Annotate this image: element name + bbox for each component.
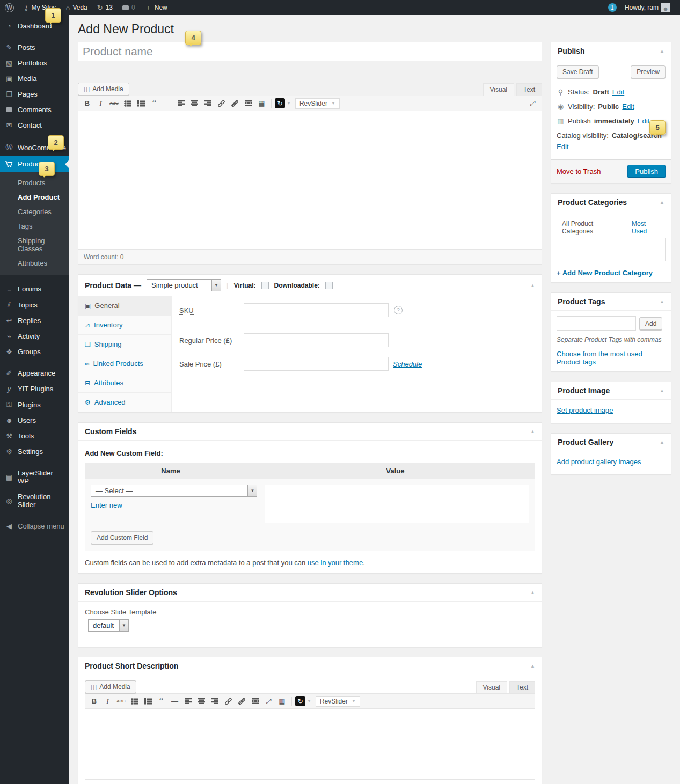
sidebar-item-plugins[interactable]: ⚿ Plugins [0, 397, 69, 413]
comments-menu[interactable]: 0 [118, 0, 140, 15]
choose-most-used-tags-link[interactable]: Choose from the most used Product tags [557, 350, 642, 366]
edit-publish-time-link[interactable]: Edit [638, 117, 649, 125]
sidebar-item-revolution-slider[interactable]: ◎ Revolution Slider [0, 489, 69, 512]
enter-new-link[interactable]: Enter new [91, 501, 122, 509]
revslider-options-collapse-icon[interactable]: ▲ [530, 590, 535, 595]
submenu-item-tags[interactable]: Tags [0, 219, 69, 233]
distraction-free-button[interactable]: ⤢ [527, 98, 539, 109]
read-more-button[interactable] [242, 98, 254, 109]
add-gallery-images-link[interactable]: Add product gallery images [557, 458, 641, 466]
add-media-button[interactable]: ◫ Add Media [78, 83, 129, 96]
sidebar-item-pages[interactable]: ❐ Pages [0, 86, 69, 102]
move-to-trash-link[interactable]: Move to Trash [557, 167, 601, 175]
tags-collapse-icon[interactable]: ▲ [660, 299, 664, 304]
site-name-menu[interactable]: ⌂ Veda [61, 0, 92, 15]
tab-advanced[interactable]: ⚙ Advanced [78, 393, 171, 412]
sidebar-item-forums[interactable]: ≡ Forums [0, 281, 69, 297]
preview-button[interactable]: Preview [631, 65, 666, 78]
revslider-select[interactable]: RevSlider ▼ [295, 98, 340, 109]
blockquote-button[interactable]: “ [148, 98, 160, 109]
align-right-button[interactable] [202, 98, 214, 109]
submenu-item-shipping-classes[interactable]: Shipping Classes [0, 233, 69, 256]
sidebar-item-products[interactable]: Products [0, 156, 69, 172]
sidebar-item-media[interactable]: ▣ Media [0, 71, 69, 86]
tab-inventory[interactable]: ⊿ Inventory [78, 316, 171, 335]
product-type-select[interactable]: Simple product ▼ [147, 279, 221, 291]
link-button[interactable] [222, 695, 235, 707]
sidebar-item-comments[interactable]: Comments [0, 102, 69, 118]
submenu-item-attributes[interactable]: Attributes [0, 256, 69, 270]
gallery-collapse-icon[interactable]: ▲ [660, 439, 664, 445]
editor-content-area[interactable] [78, 111, 542, 250]
wp-logo-menu[interactable]: W [0, 0, 19, 15]
align-center-button[interactable] [188, 98, 201, 109]
new-tag-input[interactable] [557, 316, 636, 331]
updates-menu[interactable]: ↻ 13 [92, 0, 118, 15]
tab-attributes[interactable]: ⊟ Attributes [78, 373, 171, 393]
bullet-list-button[interactable] [121, 98, 134, 109]
submenu-item-products[interactable]: Products [0, 175, 69, 190]
tab-shipping[interactable]: ❏ Shipping [78, 335, 171, 354]
schedule-link[interactable]: Schedule [393, 360, 422, 368]
align-center-button[interactable] [195, 695, 208, 707]
revslider-select[interactable]: RevSlider ▼ [316, 696, 360, 707]
numbered-list-button[interactable] [135, 98, 147, 109]
most-used-tab[interactable]: Most Used [626, 217, 666, 238]
link-button[interactable] [215, 98, 228, 109]
downloadable-checkbox[interactable] [325, 282, 333, 289]
add-new-category-link[interactable]: + Add New Product Category [557, 269, 653, 277]
italic-button[interactable]: I [101, 695, 114, 707]
set-product-image-link[interactable]: Set product image [557, 406, 613, 414]
collapse-menu-button[interactable]: ◀ Collapse menu [0, 518, 69, 534]
submenu-item-add-product[interactable]: Add Product [0, 190, 69, 204]
sidebar-item-tools[interactable]: ⚒ Tools [0, 428, 69, 444]
regular-price-input[interactable] [244, 333, 389, 347]
sidebar-item-layerslider[interactable]: ▤ LayerSlider WP [0, 465, 69, 489]
bullet-list-button[interactable] [128, 695, 141, 707]
short-description-content-area[interactable] [85, 709, 535, 780]
sidebar-item-portfolios[interactable]: ▧ Portfolios [0, 55, 69, 71]
edit-status-link[interactable]: Edit [612, 88, 624, 96]
tab-linked-products[interactable]: ∞ Linked Products [78, 354, 171, 373]
sidebar-item-settings[interactable]: ⚙ Settings [0, 444, 69, 459]
all-categories-tab[interactable]: All Product Categories [557, 217, 626, 238]
text-tab[interactable]: Text [516, 83, 542, 96]
category-checklist[interactable] [557, 238, 666, 261]
add-custom-field-button[interactable]: Add Custom Field [91, 531, 153, 544]
add-media-button[interactable]: ◫ Add Media [85, 680, 136, 693]
sidebar-item-appearance[interactable]: ✐ Appearance [0, 365, 69, 381]
italic-button[interactable]: I [94, 98, 107, 109]
revslider-shortcode-button[interactable]: ↻ ▼ [275, 98, 291, 109]
sidebar-item-users[interactable]: ☻ Users [0, 413, 69, 428]
align-left-button[interactable] [175, 98, 187, 109]
toolbar-toggle-button[interactable]: ▦ [255, 98, 268, 109]
text-tab[interactable]: Text [509, 681, 535, 693]
custom-fields-collapse-icon[interactable]: ▲ [530, 429, 535, 434]
product-title-input[interactable] [78, 42, 542, 61]
sidebar-item-replies[interactable]: ↩ Replies [0, 313, 69, 328]
edit-visibility-link[interactable]: Edit [622, 102, 634, 111]
sidebar-item-posts[interactable]: ✎ Posts [0, 40, 69, 55]
unlink-button[interactable] [236, 695, 248, 707]
categories-collapse-icon[interactable]: ▲ [660, 200, 664, 205]
align-left-button[interactable] [182, 695, 194, 707]
revslider-shortcode-button[interactable]: ↻ ▼ [295, 695, 311, 707]
visual-tab[interactable]: Visual [483, 83, 514, 96]
blockquote-button[interactable]: “ [155, 695, 167, 707]
sku-input[interactable] [244, 303, 389, 317]
strikethrough-button[interactable]: ABC [115, 695, 127, 707]
add-tag-button[interactable]: Add [639, 317, 662, 330]
virtual-checkbox[interactable] [261, 282, 269, 289]
toolbar-toggle-button[interactable]: ▦ [276, 695, 288, 707]
sidebar-item-contact[interactable]: ✉ Contact [0, 118, 69, 133]
new-content-menu[interactable]: ＋ New [140, 0, 172, 15]
sidebar-item-groups[interactable]: ❖ Groups [0, 344, 69, 360]
bold-button[interactable]: B [88, 695, 100, 707]
sale-price-input[interactable] [244, 357, 389, 371]
short-description-collapse-icon[interactable]: ▲ [530, 663, 535, 669]
bold-button[interactable]: B [81, 98, 93, 109]
horizontal-rule-button[interactable]: — [169, 695, 181, 707]
notification-badge[interactable]: 1 [608, 3, 617, 12]
custom-field-value-textarea[interactable] [265, 485, 529, 523]
tab-general[interactable]: ▣ General [78, 296, 171, 316]
